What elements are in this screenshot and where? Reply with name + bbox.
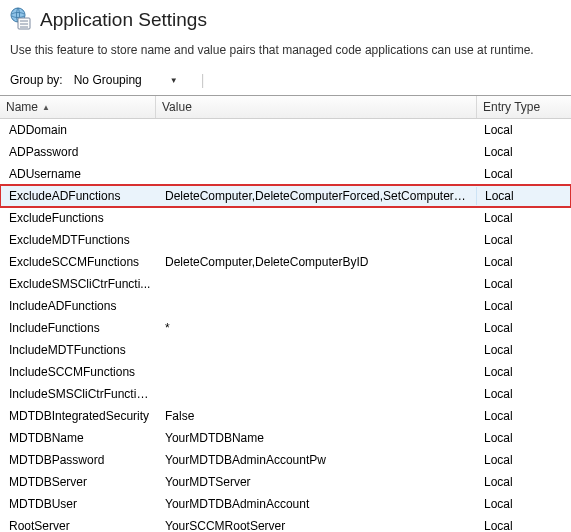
cell-entry-type: Local [476,231,570,249]
table-row[interactable]: ExcludeADFunctionsDeleteComputer,DeleteC… [0,185,571,207]
cell-name: MDTDBIntegratedSecurity [1,407,157,425]
cell-value: DeleteComputer,DeleteComputerForced,SetC… [157,187,476,205]
cell-name: MDTDBPassword [1,451,157,469]
sort-ascending-icon: ▲ [42,103,50,112]
cell-name: IncludeADFunctions [1,297,157,315]
grid-header: Name ▲ Value Entry Type [0,96,571,119]
cell-value [157,297,476,315]
table-row[interactable]: IncludeSMSCliCtrFunctio...Local [0,383,571,405]
page-header: Application Settings [0,0,571,37]
cell-name: ExcludeSCCMFunctions [1,253,157,271]
cell-value [157,165,476,183]
cell-value: YourSCCMRootServer [157,517,476,532]
table-row[interactable]: IncludeFunctions*Local [0,317,571,339]
cell-entry-type: Local [476,319,570,337]
cell-value: YourMDTDBName [157,429,476,447]
cell-value [157,385,476,403]
settings-globe-icon [8,6,32,33]
table-row[interactable]: MDTDBServerYourMDTServerLocal [0,471,571,493]
cell-value [157,275,476,293]
cell-value: YourMDTDBAdminAccount [157,495,476,513]
cell-entry-type: Local [476,473,570,491]
table-row[interactable]: ADDomainLocal [0,119,571,141]
cell-name: IncludeSMSCliCtrFunctio... [1,385,157,403]
table-row[interactable]: MDTDBPasswordYourMDTDBAdminAccountPwLoca… [0,449,571,471]
table-row[interactable]: MDTDBIntegratedSecurityFalseLocal [0,405,571,427]
table-row[interactable]: ExcludeSMSCliCtrFuncti...Local [0,273,571,295]
column-header-value[interactable]: Value [156,96,477,118]
cell-name: ExcludeMDTFunctions [1,231,157,249]
cell-entry-type: Local [476,385,570,403]
groupby-selected: No Grouping [74,73,142,87]
cell-entry-type: Local [476,495,570,513]
cell-value [157,143,476,161]
cell-value [157,121,476,139]
cell-name: IncludeFunctions [1,319,157,337]
grid-body: ADDomainLocalADPasswordLocalADUsernameLo… [0,119,571,532]
column-header-name-label: Name [6,100,38,114]
cell-entry-type: Local [476,451,570,469]
cell-name: MDTDBUser [1,495,157,513]
cell-entry-type: Local [476,297,570,315]
cell-name: ExcludeADFunctions [1,187,157,205]
groupby-label: Group by: [10,73,63,87]
cell-value [157,231,476,249]
settings-grid: Name ▲ Value Entry Type ADDomainLocalADP… [0,95,571,532]
cell-value [157,363,476,381]
cell-value: YourMDTServer [157,473,476,491]
table-row[interactable]: RootServerYourSCCMRootServerLocal [0,515,571,532]
cell-value: * [157,319,476,337]
cell-name: ADPassword [1,143,157,161]
cell-entry-type: Local [476,209,570,227]
cell-name: IncludeSCCMFunctions [1,363,157,381]
cell-entry-type: Local [476,363,570,381]
cell-value [157,209,476,227]
cell-entry-type: Local [476,143,570,161]
column-header-name[interactable]: Name ▲ [0,96,156,118]
page-title: Application Settings [40,9,207,31]
table-row[interactable]: ExcludeMDTFunctionsLocal [0,229,571,251]
cell-name: MDTDBServer [1,473,157,491]
cell-name: ExcludeFunctions [1,209,157,227]
cell-entry-type: Local [476,121,570,139]
cell-name: ExcludeSMSCliCtrFuncti... [1,275,157,293]
table-row[interactable]: IncludeSCCMFunctionsLocal [0,361,571,383]
cell-name: IncludeMDTFunctions [1,341,157,359]
table-row[interactable]: IncludeADFunctionsLocal [0,295,571,317]
cell-entry-type: Local [476,429,570,447]
cell-entry-type: Local [476,517,570,532]
cell-name: RootServer [1,517,157,532]
cell-value [157,341,476,359]
page-description: Use this feature to store name and value… [0,37,571,67]
cell-entry-type: Local [476,275,570,293]
table-row[interactable]: IncludeMDTFunctionsLocal [0,339,571,361]
groupby-select[interactable]: No Grouping ▼ [69,71,183,89]
cell-entry-type: Local [476,165,570,183]
table-row[interactable]: ExcludeFunctionsLocal [0,207,571,229]
table-row[interactable]: ADPasswordLocal [0,141,571,163]
cell-entry-type: Local [476,341,570,359]
cell-value: YourMDTDBAdminAccountPw [157,451,476,469]
cell-value: DeleteComputer,DeleteComputerByID [157,253,476,271]
table-row[interactable]: ExcludeSCCMFunctionsDeleteComputer,Delet… [0,251,571,273]
cell-value: False [157,407,476,425]
cell-entry-type: Local [476,253,570,271]
cell-entry-type: Local [476,407,570,425]
groupby-bar: Group by: No Grouping ▼ | [0,67,571,95]
column-header-value-label: Value [162,100,192,114]
separator-bar-icon: | [201,72,205,88]
table-row[interactable]: ADUsernameLocal [0,163,571,185]
cell-entry-type: Local [476,187,570,205]
column-header-entry-label: Entry Type [483,100,540,114]
cell-name: ADDomain [1,121,157,139]
table-row[interactable]: MDTDBNameYourMDTDBNameLocal [0,427,571,449]
cell-name: MDTDBName [1,429,157,447]
table-row[interactable]: MDTDBUserYourMDTDBAdminAccountLocal [0,493,571,515]
chevron-down-icon: ▼ [170,76,178,85]
column-header-entry[interactable]: Entry Type [477,96,571,118]
cell-name: ADUsername [1,165,157,183]
